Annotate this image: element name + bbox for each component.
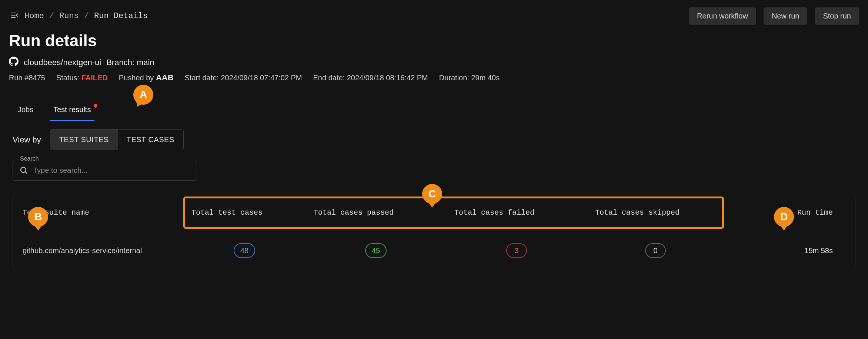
- cell-failed: 3: [506, 243, 527, 258]
- tab-jobs[interactable]: Jobs: [14, 100, 37, 121]
- callout-d: D: [774, 207, 794, 227]
- run-number: Run #8475: [9, 74, 45, 82]
- stop-run-button[interactable]: Stop run: [815, 7, 859, 25]
- col-total[interactable]: Total test cases: [183, 208, 306, 217]
- col-skipped[interactable]: Total cases skipped: [587, 208, 724, 217]
- rerun-workflow-button[interactable]: Rerun workflow: [689, 7, 756, 25]
- branch-name: main: [137, 58, 154, 67]
- page-title: Run details: [9, 31, 859, 50]
- github-icon: [9, 57, 19, 68]
- viewby-label: View by: [13, 135, 41, 145]
- breadcrumb-sep: /: [84, 11, 89, 21]
- search-legend: Search: [18, 155, 41, 162]
- viewby-test-suites[interactable]: TEST SUITES: [50, 130, 118, 150]
- cell-runtime: 15m 58s: [724, 246, 855, 255]
- col-passed[interactable]: Total cases passed: [306, 208, 446, 217]
- duration: Duration: 29m 40s: [439, 74, 500, 82]
- callout-c: C: [422, 184, 442, 204]
- end-date: End date: 2024/09/18 08:16:42 PM: [313, 74, 428, 82]
- cell-passed: 45: [365, 243, 387, 258]
- callout-a: A: [133, 85, 153, 105]
- breadcrumb-home[interactable]: Home: [24, 11, 44, 21]
- svg-point-3: [21, 167, 26, 172]
- col-failed[interactable]: Total cases failed: [446, 208, 587, 217]
- tab-test-results[interactable]: Test results: [50, 100, 94, 121]
- pushed-by: Pushed by AAB: [119, 73, 174, 83]
- menu-collapse-icon[interactable]: [9, 11, 19, 21]
- status: Status: FAILED: [56, 74, 108, 82]
- callout-b: B: [28, 207, 48, 227]
- viewby-test-cases[interactable]: TEST CASES: [118, 130, 183, 150]
- branch-label: Branch:: [106, 58, 134, 67]
- svg-line-4: [25, 172, 27, 174]
- breadcrumb-runs[interactable]: Runs: [59, 11, 79, 21]
- table-row[interactable]: github.com/analytics-service/internal 48…: [13, 231, 855, 270]
- search-input[interactable]: [13, 160, 197, 181]
- new-run-button[interactable]: New run: [764, 7, 807, 25]
- status-value: FAILED: [81, 74, 108, 82]
- viewby-segmented: TEST SUITES TEST CASES: [50, 129, 184, 150]
- breadcrumb-current: Run Details: [94, 11, 148, 21]
- breadcrumb-sep: /: [49, 11, 54, 21]
- cell-skipped: 0: [645, 243, 666, 258]
- cell-suite-name: github.com/analytics-service/internal: [13, 246, 183, 255]
- start-date: Start date: 2024/09/18 07:47:02 PM: [185, 74, 302, 82]
- repo-path[interactable]: cloudbees/nextgen-ui: [24, 58, 101, 67]
- breadcrumb: Home / Runs / Run Details: [9, 11, 148, 21]
- badge-dot-icon: [94, 104, 97, 108]
- cell-total: 48: [234, 243, 255, 258]
